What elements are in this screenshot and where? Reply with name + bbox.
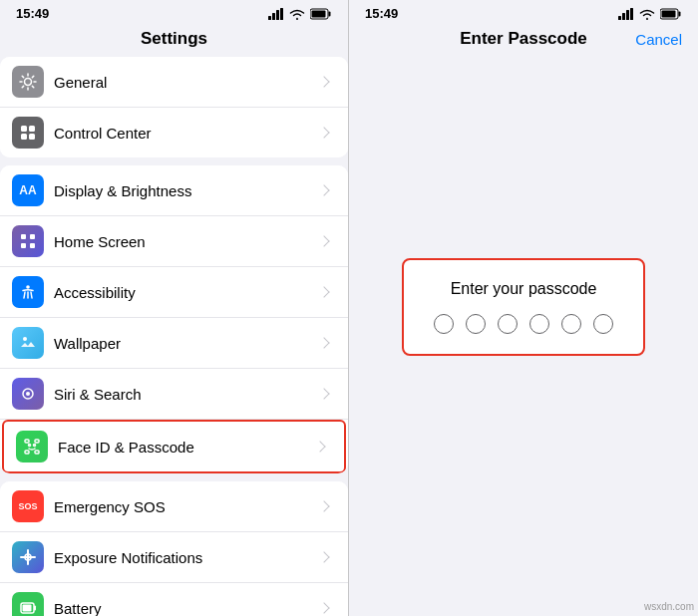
- settings-item-exposure[interactable]: Exposure Notifications: [0, 532, 348, 583]
- svg-rect-3: [280, 8, 283, 20]
- svg-rect-29: [23, 605, 32, 612]
- settings-group-3: SOS Emergency SOS Exposure Notifications…: [0, 481, 348, 616]
- svg-rect-0: [268, 16, 271, 20]
- home-screen-icon: [12, 225, 44, 257]
- svg-rect-1: [272, 13, 275, 20]
- svg-rect-8: [21, 126, 27, 132]
- control-center-icon: [12, 117, 44, 149]
- settings-item-face-id[interactable]: Face ID & Passcode: [2, 420, 346, 473]
- svg-point-17: [23, 337, 27, 341]
- siri-label: Siri & Search: [54, 386, 320, 403]
- siri-chevron: [318, 388, 329, 399]
- wallpaper-chevron: [318, 337, 329, 348]
- battery-icon: [310, 8, 332, 20]
- general-icon: [12, 66, 44, 98]
- svg-rect-22: [25, 451, 29, 454]
- svg-rect-13: [30, 234, 35, 239]
- right-status-bar: 15:49: [349, 0, 698, 25]
- settings-item-home-screen[interactable]: Home Screen: [0, 216, 348, 267]
- left-panel: 15:49 Settings: [0, 0, 349, 616]
- settings-item-wallpaper[interactable]: Wallpaper: [0, 318, 348, 369]
- emergency-icon: SOS: [12, 490, 44, 522]
- svg-point-24: [29, 445, 31, 447]
- exposure-icon: [12, 541, 44, 573]
- display-label: Display & Brightness: [54, 182, 320, 199]
- passcode-dot-4: [529, 314, 549, 334]
- svg-point-7: [25, 79, 32, 86]
- svg-rect-12: [21, 234, 26, 239]
- svg-rect-9: [29, 126, 35, 132]
- control-center-label: Control Center: [54, 125, 320, 142]
- face-id-label: Face ID & Passcode: [58, 439, 316, 456]
- signal-icon: [268, 8, 284, 20]
- svg-rect-34: [626, 10, 629, 20]
- right-nav-title: Enter Passcode: [460, 29, 587, 49]
- passcode-box: Enter your passcode: [402, 258, 645, 356]
- left-status-icons: [268, 8, 332, 20]
- passcode-prompt: Enter your passcode: [451, 280, 597, 298]
- battery-label: Battery: [54, 600, 320, 617]
- wifi-icon: [289, 8, 305, 20]
- home-screen-label: Home Screen: [54, 233, 320, 250]
- svg-rect-38: [662, 10, 676, 17]
- watermark: wsxdn.com: [644, 601, 694, 612]
- svg-rect-32: [618, 16, 621, 20]
- accessibility-label: Accessibility: [54, 284, 320, 301]
- settings-item-display[interactable]: AA Display & Brightness: [0, 165, 348, 216]
- control-center-chevron: [318, 127, 329, 138]
- accessibility-icon: [12, 276, 44, 308]
- svg-rect-20: [25, 440, 29, 443]
- left-time: 15:49: [16, 6, 49, 21]
- svg-rect-11: [29, 134, 35, 140]
- svg-rect-2: [276, 10, 279, 20]
- svg-rect-5: [329, 11, 331, 16]
- svg-point-16: [26, 285, 30, 289]
- left-nav-title: Settings: [0, 25, 348, 57]
- svg-rect-23: [35, 451, 39, 454]
- settings-item-control-center[interactable]: Control Center: [0, 108, 348, 157]
- exposure-label: Exposure Notifications: [54, 549, 320, 566]
- right-status-icons: [618, 8, 682, 20]
- wallpaper-label: Wallpaper: [54, 335, 320, 352]
- passcode-dot-3: [498, 314, 518, 334]
- face-id-chevron: [314, 441, 325, 452]
- settings-list: General Control Center AA Display & Brig…: [0, 57, 348, 616]
- exposure-chevron: [318, 551, 329, 562]
- svg-point-25: [34, 445, 36, 447]
- settings-item-general[interactable]: General: [0, 57, 348, 108]
- settings-item-accessibility[interactable]: Accessibility: [0, 267, 348, 318]
- display-icon: AA: [12, 174, 44, 206]
- svg-rect-28: [34, 606, 36, 611]
- svg-rect-15: [30, 243, 35, 248]
- passcode-dot-1: [434, 314, 454, 334]
- display-chevron: [318, 184, 329, 195]
- siri-icon: [12, 378, 44, 410]
- right-battery-icon: [660, 8, 682, 20]
- svg-rect-37: [679, 11, 681, 16]
- right-wifi-icon: [639, 8, 655, 20]
- cancel-button[interactable]: Cancel: [635, 31, 682, 48]
- battery-settings-icon: [12, 592, 44, 616]
- passcode-content: Enter your passcode: [349, 57, 698, 616]
- svg-rect-10: [21, 134, 27, 140]
- svg-rect-35: [630, 8, 633, 20]
- right-nav-header: Enter Passcode Cancel: [349, 25, 698, 57]
- svg-rect-33: [622, 13, 625, 20]
- emergency-chevron: [318, 500, 329, 511]
- settings-group-1: General Control Center: [0, 57, 348, 157]
- settings-group-2: AA Display & Brightness Home Screen Acce…: [0, 165, 348, 473]
- svg-rect-21: [35, 440, 39, 443]
- settings-item-emergency[interactable]: SOS Emergency SOS: [0, 481, 348, 532]
- home-screen-chevron: [318, 235, 329, 246]
- left-status-bar: 15:49: [0, 0, 348, 25]
- wallpaper-icon: [12, 327, 44, 359]
- svg-point-19: [26, 392, 30, 396]
- passcode-dot-5: [561, 314, 581, 334]
- right-signal-icon: [618, 8, 634, 20]
- settings-item-siri[interactable]: Siri & Search: [0, 369, 348, 420]
- face-id-icon: [16, 431, 48, 462]
- right-time: 15:49: [365, 6, 398, 21]
- emergency-label: Emergency SOS: [54, 498, 320, 515]
- svg-rect-6: [312, 10, 326, 17]
- settings-item-battery[interactable]: Battery: [0, 583, 348, 616]
